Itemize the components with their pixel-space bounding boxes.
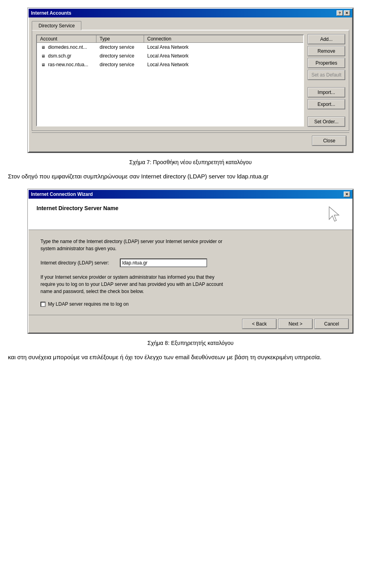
ldap-login-checkbox[interactable] [40, 302, 46, 307]
wizard-field-label: Internet directory (LDAP) server: [40, 260, 116, 266]
paragraph-1: Στον οδηγό που εμφανίζεται συμπληρώνουμε… [8, 172, 373, 181]
wizard-header-section: Internet Directory Server Name [29, 199, 352, 230]
wizard-desc-line1: Type the name of the Internet directory … [40, 239, 222, 244]
cell-type-2: directory service [96, 61, 144, 68]
set-order-button[interactable]: Set Order... [308, 117, 345, 126]
tab-directory-service[interactable]: Directory Service [32, 21, 81, 30]
cell-account-2: 🖥 ras-new.noc.ntua... [37, 61, 96, 69]
table-row[interactable]: 🖥 ras-new.noc.ntua... directory service … [37, 60, 303, 69]
internet-accounts-dialog: Internet Accounts ? ✕ Directory Service … [28, 8, 353, 153]
close-button[interactable]: Close [312, 136, 346, 146]
btn-spacer [308, 82, 345, 85]
dialog2-body: Internet Directory Server Name Type the … [29, 199, 352, 333]
caption-2: Σχήμα 8: Εξυπηρετητής καταλόγου [8, 340, 373, 346]
table-row[interactable]: 🖥 diomedes.noc.nt... directory service L… [37, 43, 303, 52]
row-icon-1: 🖥 [40, 53, 46, 59]
wizard-close-title-button[interactable]: ✕ [344, 192, 350, 197]
cell-account-0: 🖥 diomedes.noc.nt... [37, 43, 96, 51]
next-button[interactable]: Next > [279, 319, 312, 329]
header-account: Account [37, 35, 96, 42]
dialog1-titlebar: Internet Accounts ? ✕ [29, 9, 352, 17]
dialog2-title: Internet Connection Wizard [31, 192, 93, 197]
cancel-button[interactable]: Cancel [315, 319, 348, 329]
properties-button[interactable]: Properties [308, 58, 345, 68]
help-button[interactable]: ? [337, 10, 343, 16]
page-container: Internet Accounts ? ✕ Directory Service … [8, 8, 373, 362]
wizard-additional-text: If your Internet service provider or sys… [40, 274, 341, 295]
remove-button[interactable]: Remove [308, 46, 345, 56]
wizard-checkbox-row: My LDAP server requires me to log on [40, 301, 341, 307]
caption-1: Σχήμα 7: Προσθήκη νέου εξυπηρετητή καταλ… [8, 159, 373, 165]
close-title-button[interactable]: ✕ [344, 10, 350, 16]
wizard-footer: < Back Next > Cancel [29, 315, 352, 333]
buttons-panel: Add... Remove Properties Set as Default … [308, 34, 345, 126]
set-default-button[interactable]: Set as Default [308, 70, 345, 80]
header-type: Type [96, 35, 144, 42]
tab-strip: Directory Service [32, 21, 349, 30]
dialog1-bottom: Close [32, 132, 349, 149]
btn-spacer2 [308, 111, 345, 115]
internet-connection-wizard-dialog: Internet Connection Wizard ✕ Internet Di… [28, 189, 353, 333]
accounts-table: Account Type Connection 🖥 diomedes.noc.n… [36, 34, 304, 126]
back-button[interactable]: < Back [242, 319, 276, 329]
dialog1-content: Account Type Connection 🖥 diomedes.noc.n… [32, 30, 349, 131]
wizard-field-row: Internet directory (LDAP) server: [40, 259, 341, 267]
row-icon-0: 🖥 [40, 44, 46, 50]
dialog1-title: Internet Accounts [31, 10, 71, 16]
dialog2-titlebar: Internet Connection Wizard ✕ [29, 190, 352, 199]
export-button[interactable]: Export... [308, 100, 345, 109]
paragraph-2: και στη συνέχεια μπορούμε να επιλέξουμε … [8, 352, 373, 362]
cursor-icon [327, 205, 343, 225]
table-header: Account Type Connection [37, 35, 303, 43]
add-button[interactable]: Add... [308, 34, 345, 44]
wizard-header-icon [325, 205, 344, 225]
titlebar-buttons: ? ✕ [337, 10, 350, 16]
wizard-add-line3: name and password, select the check box … [40, 289, 144, 294]
dialog2-title-text: Internet Connection Wizard [31, 192, 93, 197]
row-icon-2: 🖥 [40, 61, 46, 68]
cell-type-1: directory service [96, 52, 144, 59]
wizard-header-text: Internet Directory Server Name [37, 205, 118, 211]
cell-connection-1: Local Area Network [144, 52, 208, 59]
ldap-server-input[interactable] [120, 259, 207, 267]
wizard-add-line1: If your Internet service provider or sys… [40, 274, 214, 280]
cell-connection-2: Local Area Network [144, 61, 208, 68]
dialog2-titlebar-buttons: ✕ [344, 192, 350, 197]
wizard-checkbox-label: My LDAP server requires me to log on [48, 301, 129, 307]
wizard-content: Type the name of the Internet directory … [29, 230, 352, 315]
wizard-description: Type the name of the Internet directory … [40, 238, 341, 252]
dialog1-title-text: Internet Accounts [31, 10, 71, 16]
table-row[interactable]: 🖥 dsm.sch.gr directory service Local Are… [37, 52, 303, 60]
svg-marker-0 [329, 207, 339, 221]
cell-type-0: directory service [96, 44, 144, 51]
dialog1-body: Directory Service Account Type Connectio… [29, 17, 352, 152]
wizard-add-line2: require you to log on to your LDAP serve… [40, 282, 223, 287]
wizard-desc-line2: system administrator has given you. [40, 246, 116, 251]
cell-account-1: 🖥 dsm.sch.gr [37, 52, 96, 60]
cell-connection-0: Local Area Network [144, 44, 208, 51]
import-button[interactable]: Import... [308, 88, 345, 97]
header-connection: Connection [144, 35, 208, 42]
